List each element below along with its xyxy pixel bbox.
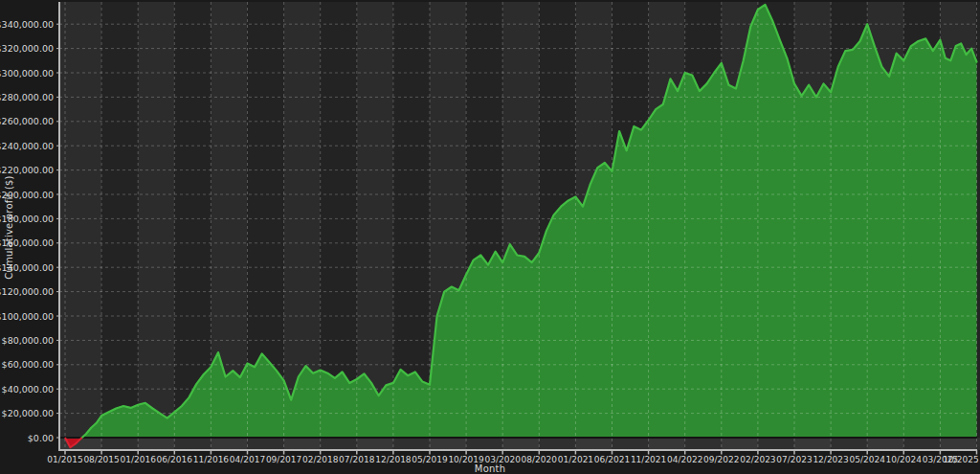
plot-band	[138, 2, 174, 450]
y-axis-title: Cumulative profit ($)	[4, 132, 14, 324]
cumulative-profit-chart[interactable]: $0.00$20,000.00$40,000.00$60,000.00$80,0…	[0, 0, 980, 474]
y-tick-label: $20,000.00	[2, 408, 54, 418]
plot-band	[101, 2, 138, 450]
y-tick-label: $300,000.00	[0, 68, 54, 79]
below-zero-strip	[59, 438, 980, 450]
y-tick-label: $40,000.00	[2, 384, 54, 395]
y-tick-label: $0.00	[28, 433, 54, 443]
x-axis-title: Month	[0, 463, 980, 474]
plot-band	[977, 2, 980, 450]
y-tick-label: $60,000.00	[2, 359, 54, 370]
y-tick-label: $80,000.00	[2, 335, 54, 346]
y-tick-label: $280,000.00	[0, 92, 54, 102]
y-tick-label: $320,000.00	[0, 43, 54, 54]
y-tick-label: $260,000.00	[0, 116, 54, 126]
plot-band	[65, 2, 101, 450]
chart-window: $0.00$20,000.00$40,000.00$60,000.00$80,0…	[0, 0, 980, 474]
y-tick-label: $340,000.00	[0, 19, 54, 30]
